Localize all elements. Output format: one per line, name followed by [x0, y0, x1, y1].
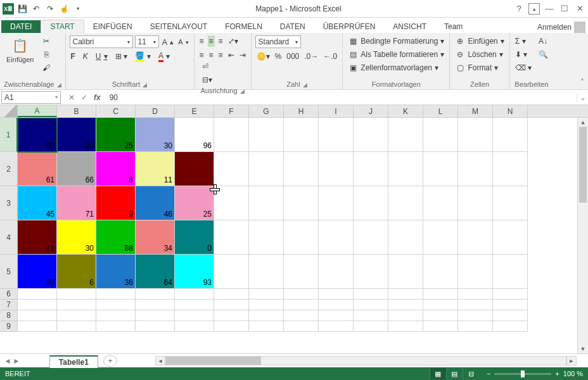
cell[interactable]: [423, 300, 458, 310]
decrease-decimal-button[interactable]: ←.0: [322, 51, 338, 62]
cell[interactable]: [284, 310, 319, 321]
row-header[interactable]: 8: [0, 310, 18, 321]
row-header[interactable]: 3: [0, 186, 18, 220]
cell[interactable]: [175, 289, 214, 300]
number-dialog-icon[interactable]: ◢: [303, 82, 307, 88]
cell[interactable]: [284, 321, 319, 332]
cell[interactable]: [423, 186, 458, 220]
cell[interactable]: 9: [96, 186, 136, 220]
cut-button[interactable]: ✂: [40, 35, 53, 47]
column-header[interactable]: A: [18, 105, 57, 117]
expand-formula-bar-icon[interactable]: ⌄: [577, 93, 588, 102]
cell[interactable]: [458, 152, 493, 186]
cell[interactable]: 25: [175, 186, 214, 220]
cell[interactable]: [96, 289, 136, 300]
percent-button[interactable]: %: [274, 51, 283, 62]
tab-formulas[interactable]: FORMELN: [216, 20, 271, 33]
cell[interactable]: [284, 220, 319, 255]
bold-button[interactable]: F: [70, 51, 77, 62]
help-icon[interactable]: ?: [513, 3, 525, 15]
cell[interactable]: 46: [136, 186, 175, 220]
cell[interactable]: [57, 321, 96, 332]
vscroll-thumb[interactable]: [579, 127, 587, 203]
cell[interactable]: [458, 118, 493, 152]
copy-button[interactable]: ⎘: [40, 49, 53, 60]
cell[interactable]: 11: [136, 152, 175, 186]
cell[interactable]: [18, 310, 57, 321]
column-header[interactable]: B: [57, 105, 96, 117]
column-header[interactable]: F: [214, 105, 249, 117]
cell[interactable]: [493, 152, 528, 186]
cell[interactable]: [284, 255, 319, 289]
cell[interactable]: [388, 300, 423, 310]
select-all-corner[interactable]: [0, 105, 18, 117]
cell[interactable]: [214, 255, 249, 289]
cell[interactable]: [214, 118, 249, 152]
cell[interactable]: 93: [175, 255, 214, 289]
conditional-formatting-button[interactable]: ▦Bedingte Formatierung ▾: [347, 35, 445, 47]
cell[interactable]: [354, 152, 388, 186]
row-header[interactable]: 9: [0, 321, 18, 332]
fx-icon[interactable]: fx: [94, 93, 106, 102]
zoom-in-button[interactable]: +: [555, 370, 559, 377]
cell[interactable]: [136, 321, 175, 332]
merge-button[interactable]: ⊟▾: [201, 74, 247, 86]
cell[interactable]: [175, 310, 214, 321]
cell[interactable]: 6: [57, 255, 96, 289]
cell[interactable]: [423, 152, 458, 186]
cell[interactable]: 88: [96, 220, 136, 255]
insert-cells-button[interactable]: ⊕Einfügen ▾: [454, 35, 505, 47]
align-center-button[interactable]: ≡: [208, 49, 215, 61]
cell[interactable]: [354, 118, 388, 152]
cell[interactable]: [249, 321, 284, 332]
cell[interactable]: [249, 152, 284, 186]
cell[interactable]: [319, 152, 354, 186]
scroll-left-icon[interactable]: ◄: [155, 356, 165, 365]
indent-increase-button[interactable]: ⇥: [238, 49, 247, 61]
cell-styles-button[interactable]: ▣Zellenformatvorlagen ▾: [347, 62, 445, 73]
font-name-combo[interactable]: Calibri▾: [70, 35, 133, 48]
row-header[interactable]: 7: [0, 300, 18, 310]
zoom-level[interactable]: 100 %: [563, 370, 583, 377]
tab-insert[interactable]: EINFÜGEN: [84, 20, 141, 33]
cell[interactable]: [249, 186, 284, 220]
cell[interactable]: 66: [57, 152, 96, 186]
cell[interactable]: [214, 321, 249, 332]
cell[interactable]: 64: [136, 255, 175, 289]
cell[interactable]: [319, 186, 354, 220]
cell[interactable]: [319, 220, 354, 255]
autosum-button[interactable]: Σ ▾: [514, 35, 533, 47]
delete-cells-button[interactable]: ⊖Löschen ▾: [454, 49, 505, 60]
format-as-table-button[interactable]: ▤Als Tabelle formatieren ▾: [347, 49, 445, 60]
orientation-button[interactable]: ⤢▾: [227, 35, 240, 47]
cell[interactable]: [249, 220, 284, 255]
cell[interactable]: [214, 186, 249, 220]
cell[interactable]: [354, 255, 388, 289]
row-header[interactable]: 2: [0, 152, 18, 186]
sheet-nav-next-icon[interactable]: ►: [13, 357, 20, 365]
cell[interactable]: [214, 310, 249, 321]
cell[interactable]: [388, 220, 423, 255]
cell[interactable]: [214, 289, 249, 300]
column-header[interactable]: C: [96, 105, 136, 117]
border-button[interactable]: ⊞ ▾: [114, 51, 129, 62]
tab-view[interactable]: ANSICHT: [384, 20, 435, 33]
cells-area[interactable]: 9020253096616681145719462571308834089636…: [18, 118, 588, 353]
cell[interactable]: [493, 220, 528, 255]
font-dialog-icon[interactable]: ◢: [143, 82, 147, 88]
cell[interactable]: [18, 321, 57, 332]
cell[interactable]: [284, 152, 319, 186]
cell[interactable]: [423, 289, 458, 300]
font-size-combo[interactable]: 11▾: [135, 35, 159, 48]
view-pagebreak-icon[interactable]: ⊟: [463, 368, 479, 379]
wrap-text-button[interactable]: ⏎: [201, 61, 247, 72]
cell[interactable]: [18, 289, 57, 300]
cancel-formula-icon[interactable]: ✕: [68, 93, 75, 102]
cell[interactable]: 71: [57, 186, 96, 220]
tab-pagelayout[interactable]: SEITENLAYOUT: [141, 20, 216, 33]
cell[interactable]: [284, 289, 319, 300]
cell[interactable]: [458, 321, 493, 332]
new-sheet-button[interactable]: +: [103, 355, 117, 367]
cell[interactable]: [458, 255, 493, 289]
undo-icon[interactable]: ↶: [30, 3, 42, 15]
